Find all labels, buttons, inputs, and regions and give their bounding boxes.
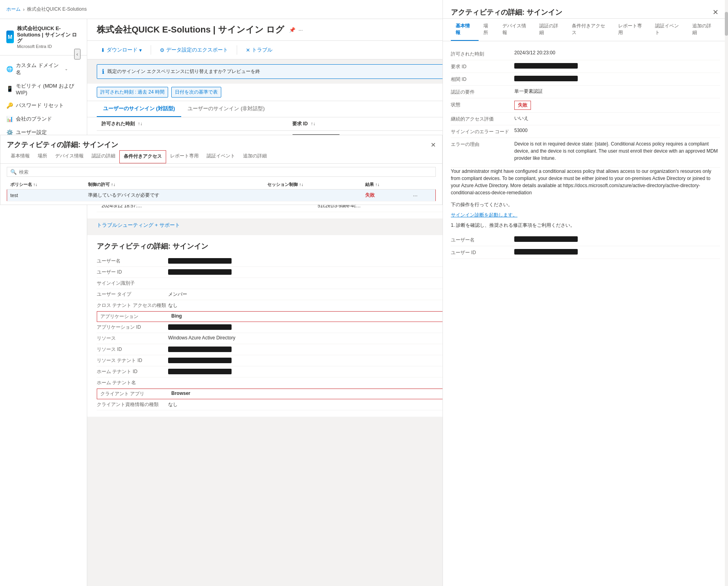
field-label-user-type: ユーザー タイプ [97, 289, 168, 300]
scrollbar[interactable] [725, 0, 728, 586]
middle-dialog-header: アクティビティの詳細: サインイン ✕ [0, 135, 442, 149]
label-correlid: 相関 ID [451, 75, 514, 83]
pin-icon[interactable]: 📌 [289, 27, 295, 33]
trouble-button[interactable]: ✕ トラブル [242, 44, 276, 56]
value-error-reason: Device is not in required device state: … [514, 140, 720, 165]
toolbar-separator2 [237, 45, 237, 55]
right-panel: アクティビティの詳細: サインイン ✕ 基本情報 場所 デバイス情報 認証の詳細… [443, 0, 728, 586]
right-panel-close-button[interactable]: ✕ [711, 6, 720, 18]
field-label-app-id: アプリケーション ID [97, 322, 168, 333]
sidebar-item-company-brand[interactable]: 📊 会社のブランド [0, 112, 87, 126]
breadcrumb-org: 株式会社QUICK E-Solutions [27, 6, 87, 13]
detail-row-status: 状態 失敗 [451, 98, 720, 113]
error-text-2: Your administrator might have configured… [451, 168, 720, 196]
sidebar-item-custom-domain[interactable]: 🌐 カスタム ドメイン名 ⌄ [0, 59, 74, 79]
middle-dialog-content: 🔍 ポリシー名 ↑↓ 制御の許可 ↑↓ セッション制御 ↑↓ 結果 ↑↓ tes… [0, 164, 442, 205]
entra-logo-icon: M [6, 31, 14, 43]
field-label-home-tenant-id: ホーム テナント ID [97, 366, 168, 377]
scrollbar-thumb[interactable] [725, 12, 728, 36]
field-label-username: ユーザー名 [97, 256, 168, 267]
tab-basic-info[interactable]: 基本情報 [451, 19, 479, 41]
ellipsis-button[interactable]: ··· [413, 192, 418, 199]
page-title-icons[interactable]: 📌 ··· [289, 27, 303, 33]
tab-device-info[interactable]: デバイス情報 [51, 149, 88, 163]
ca-cell-result: 失敗 [362, 190, 410, 201]
tab-interactive-signin[interactable]: ユーザーのサインイン (対話型) [97, 101, 181, 117]
globe-icon: 🌐 [6, 66, 13, 72]
trouble-icon: ✕ [246, 47, 250, 53]
tab-location[interactable]: 場所 [479, 19, 497, 41]
sidebar-logo-subtitle: Microsoft Entra ID [17, 44, 80, 49]
expand-icon: ⌄ [65, 67, 68, 71]
detail-row-error-reason: エラーの理由 Device is not in required device … [451, 138, 720, 168]
breadcrumb-home[interactable]: ホーム [6, 6, 21, 13]
detail-row-reqid: 要求 ID [451, 60, 720, 73]
tab-report-only[interactable]: レポート専用 [613, 19, 651, 41]
field-label-application: アプリケーション [97, 311, 168, 322]
page-title: 株式会社QUICK E-Solutions | サインイン ログ [97, 24, 284, 36]
action-link[interactable]: サインイン診断を起動します。 [451, 212, 517, 218]
tab-conditional-access[interactable]: 条件付きアクセス [567, 19, 613, 41]
tab-additional[interactable]: 追加の詳細 [688, 19, 720, 41]
tab-auth-events[interactable]: 認証イベント [650, 19, 688, 41]
ca-cell-action[interactable]: ··· [410, 190, 435, 201]
status-badge: 失敗 [514, 101, 531, 110]
tab-device-info[interactable]: デバイス情報 [498, 19, 535, 41]
sidebar-item-password-reset[interactable]: 🔑 パスワード リセット [0, 99, 87, 112]
middle-close-button[interactable]: ✕ [431, 141, 436, 149]
ca-col-policy[interactable]: ポリシー名 ↑↓ [7, 180, 85, 190]
tab-noninteractive-signin[interactable]: ユーザーのサインイン (非対話型) [181, 101, 271, 117]
ca-col-control[interactable]: 制御の許可 ↑↓ [85, 180, 264, 190]
label-username: ユーザー名 [451, 236, 514, 243]
ca-table-row[interactable]: test 準拠しているデバイスが必要です 失敗 ··· [7, 190, 436, 201]
date-filter-tag[interactable]: 日付を次の基準で表 [171, 87, 221, 98]
key-icon: 🔑 [6, 102, 13, 109]
more-icon[interactable]: ··· [299, 27, 303, 33]
mobile-icon: 📱 [6, 86, 13, 92]
sidebar-item-label: 会社のブランド [16, 115, 52, 123]
field-label-signin-id: サインイン識別子 [97, 278, 168, 289]
value-auth-req: 単一要素認証 [514, 88, 720, 95]
value-error-code: 53000 [514, 128, 720, 133]
download-button[interactable]: ⬇ ダウンロード ▾ [97, 44, 146, 56]
value-cont-access: いいえ [514, 115, 720, 122]
sidebar-item-mdm[interactable]: 📱 モビリティ (MDM および WIP) [0, 79, 87, 99]
data-export-button[interactable]: ⚙ データ設定のエクスポート [156, 44, 232, 56]
tab-basic-info[interactable]: 基本情報 [7, 149, 34, 163]
tab-additional[interactable]: 追加の詳細 [239, 149, 271, 163]
label-time: 許可された時刻 [451, 50, 514, 57]
alert-text: 既定のサインイン エクスペリエンスに切り替えますか? プレビューを終 [107, 68, 260, 75]
ca-col-session[interactable]: セッション制御 ↑↓ [264, 180, 362, 190]
field-label-userid: ユーザー ID [97, 267, 168, 278]
value-time: 2024/3/12 20:23:00 [514, 50, 720, 56]
col-time[interactable]: 許可された時刻 ↑↓ [97, 117, 287, 131]
sidebar: M 株式会社QUICK E-Solutions | サインイン ログ Micro… [0, 19, 87, 586]
tab-auth-detail[interactable]: 認証の詳細 [535, 19, 567, 41]
ca-search-input[interactable] [19, 169, 432, 175]
label-status: 状態 [451, 101, 514, 108]
sidebar-item-label: パスワード リセット [16, 102, 64, 109]
dropdown-icon: ▾ [139, 47, 142, 53]
breadcrumb-sep: › [23, 7, 25, 12]
sidebar-logo: M 株式会社QUICK E-Solutions | サインイン ログ Micro… [6, 25, 80, 49]
tab-auth-detail[interactable]: 認証の詳細 [88, 149, 119, 163]
sidebar-collapse-button[interactable]: ‹ [74, 49, 80, 59]
value-username [514, 236, 720, 242]
detail-row-error-code: サインインのエラー コード 53000 [451, 125, 720, 138]
detail-row-username: ユーザー名 [451, 234, 720, 246]
tab-report-only[interactable]: レポート専用 [166, 149, 203, 163]
trouble-label: トラブル [252, 46, 272, 54]
sort-icon: ↑↓ [138, 121, 142, 126]
tab-conditional-access[interactable]: 条件付きアクセス [119, 150, 166, 163]
chart-icon: 📊 [6, 116, 13, 122]
time-filter-tag[interactable]: 許可された時刻 : 過去 24 時間 [97, 87, 168, 98]
ca-col-result[interactable]: 結果 ↑↓ [362, 180, 410, 190]
tab-auth-events[interactable]: 認証イベント [203, 149, 239, 163]
value-userid [514, 249, 720, 255]
field-label-cross-tenant: クロス テナント アクセスの種類 [97, 300, 168, 311]
detail-row-cont-access: 継続的アクセス評価 いいえ [451, 113, 720, 125]
ca-search-wrap: 🔍 [7, 167, 436, 177]
field-label-client-cred: クライアント資格情報の種類 [97, 399, 168, 410]
tab-location[interactable]: 場所 [34, 149, 51, 163]
detail-row-auth-req: 認証の要件 単一要素認証 [451, 86, 720, 98]
